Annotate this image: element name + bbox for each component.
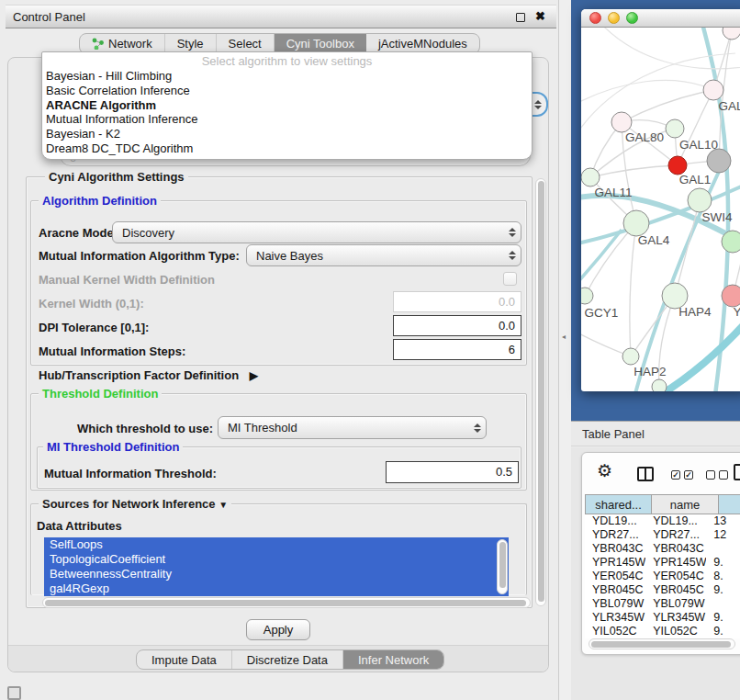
tab-impute-data[interactable]: Impute Data [137, 650, 232, 669]
panel-splitter[interactable] [558, 0, 571, 700]
table-cell[interactable]: 13 [706, 514, 740, 528]
algorithm-option-bayesian-hill-climbing[interactable]: Bayesian - Hill Climbing [42, 69, 532, 84]
checkbox-checked-icon-2[interactable]: ✓ [684, 470, 693, 480]
column-layout-icon[interactable] [637, 467, 654, 481]
data-attributes-list[interactable]: SelfLoopsTopologicalCoefficientBetweenne… [44, 537, 509, 596]
which-threshold-combo[interactable]: MI Threshold [218, 416, 487, 439]
network-node[interactable] [707, 149, 731, 173]
tab-infer-network[interactable]: Infer Network [343, 650, 443, 669]
tab-jactivemnodules[interactable]: jActiveMNodules [366, 34, 479, 53]
column-header-3[interactable] [719, 494, 740, 514]
table-cell[interactable]: YIL052C [585, 625, 645, 638]
settings-horizontal-scrollbar[interactable] [42, 597, 531, 608]
table-cell[interactable]: YDL19... [585, 514, 645, 528]
aracne-mode-combo[interactable]: Discovery [112, 221, 521, 243]
network-node-gal[interactable] [703, 80, 723, 100]
dpi-tolerance-field[interactable]: 0.0 [393, 315, 521, 336]
table-row[interactable]: YDL19...YDL19...13 [585, 514, 740, 528]
network-node-gcy1[interactable] [581, 288, 593, 304]
tab-style[interactable]: Style [165, 34, 217, 53]
zoom-traffic-light-icon[interactable] [626, 12, 638, 24]
table-cell[interactable]: YBR043C [645, 542, 706, 556]
apply-button[interactable]: Apply [246, 619, 310, 640]
table-row[interactable]: YIL052CYIL052C9. [585, 625, 740, 638]
settings-horizontal-scrollbar-thumb[interactable] [45, 600, 526, 606]
checkbox-unchecked-icon-1[interactable] [706, 470, 715, 480]
table-cell[interactable]: 9. [706, 556, 740, 570]
table-cell[interactable]: 9. [706, 625, 740, 638]
table-cell[interactable]: YBL079W [585, 597, 645, 611]
table-horizontal-scrollbar[interactable] [589, 638, 735, 649]
attribute-item-topologicalcoefficient[interactable]: TopologicalCoefficient [44, 552, 509, 567]
manual-kernel-checkbox[interactable] [503, 272, 517, 286]
algorithm-option-dream8-dc-tdc-algorithm[interactable]: Dream8 DC_TDC Algorithm [42, 141, 532, 156]
table-cell[interactable]: YBR043C [585, 542, 645, 556]
mi-steps-field[interactable]: 6 [393, 339, 521, 360]
network-node-hap2[interactable] [622, 348, 639, 365]
table-cell[interactable]: YER054C [645, 570, 706, 583]
tab-select[interactable]: Select [217, 34, 275, 53]
table-row[interactable]: YPR145WYPR145W9. [585, 556, 740, 570]
column-header-name[interactable]: name [652, 494, 719, 514]
table-cell[interactable]: 9. [706, 611, 740, 625]
table-cell[interactable]: YPR145W [645, 556, 706, 570]
network-node-gal1[interactable] [668, 156, 687, 175]
checkbox-unchecked-icon-2[interactable] [719, 470, 728, 480]
algorithm-option-aracne-algorithm[interactable]: ARACNE Algorithm [42, 98, 532, 113]
kernel-width-field[interactable]: 0.0 [393, 291, 521, 312]
algorithm-option-bayesian-k2[interactable]: Bayesian - K2 [42, 127, 532, 141]
tab-cyni-toolbox[interactable]: Cyni Toolbox [275, 34, 366, 53]
network-window-titlebar[interactable] [581, 9, 740, 28]
column-header-shared[interactable]: shared... [585, 494, 652, 514]
checkbox-checked-icon-1[interactable]: ✓ [671, 470, 680, 480]
network-node-gal10[interactable] [666, 119, 684, 138]
mi-threshold-field[interactable]: 0.5 [386, 461, 519, 483]
close-traffic-light-icon[interactable] [589, 12, 601, 24]
table-cell[interactable]: 9. [706, 583, 740, 597]
settings-vertical-scrollbar-thumb[interactable] [538, 181, 544, 602]
sources-group-title[interactable]: Sources for Network Inference ▼ [39, 497, 231, 511]
tab-discretize-data[interactable]: Discretize Data [232, 650, 343, 669]
table-cell[interactable]: YBR045C [645, 583, 706, 597]
table-cell[interactable]: YPR145W [585, 556, 645, 570]
attribute-item-selfloops[interactable]: SelfLoops [44, 537, 509, 552]
network-canvas[interactable]: GALGAL80GAL10GAL1GAL11SWI4GAL4GCY1HAP4YH… [581, 28, 740, 391]
attributes-scrollbar-thumb[interactable] [499, 542, 506, 588]
table-settings-gear-icon[interactable]: ⚙ [597, 462, 612, 480]
settings-vertical-scrollbar[interactable] [535, 178, 546, 606]
table-row[interactable]: YBR045CYBR045C9. [585, 583, 740, 597]
table-cell[interactable]: YBL079W [645, 597, 706, 611]
table-cell[interactable]: YLR345W [645, 611, 706, 625]
mi-type-combo[interactable]: Naive Bayes [246, 244, 521, 266]
algorithm-option-basic-correlation-inference[interactable]: Basic Correlation Inference [42, 84, 532, 98]
network-node-gal4[interactable] [623, 210, 649, 236]
table-cell[interactable]: 8. [706, 570, 740, 583]
table-row[interactable]: YER054CYER054C8. [585, 570, 740, 583]
network-node-gal80[interactable] [611, 112, 632, 132]
table-row[interactable]: YLR345WYLR345W9. [585, 611, 740, 625]
floating-palette-icon[interactable] [7, 686, 21, 700]
attribute-item-gal4rgexp[interactable]: gal4RGexp [44, 581, 509, 596]
table-horizontal-scrollbar-thumb[interactable] [591, 641, 731, 648]
attribute-item-betweennesscentrality[interactable]: BetweennessCentrality [44, 567, 509, 581]
table-row[interactable]: YDR27...YDR27...12 [585, 528, 740, 542]
table-cell[interactable]: YLR345W [585, 611, 645, 625]
table-cell[interactable]: YDR27... [645, 528, 706, 542]
minimize-traffic-light-icon[interactable] [608, 12, 620, 24]
table-cell[interactable]: YER054C [585, 570, 645, 583]
network-node[interactable] [722, 231, 740, 253]
expand-right-icon[interactable]: ▶ [250, 369, 258, 382]
table-row[interactable]: YBL079WYBL079W [585, 597, 740, 611]
table-cell[interactable]: YIL052C [645, 625, 706, 638]
table-cell[interactable]: YDR27... [585, 528, 645, 542]
network-node[interactable] [723, 28, 740, 40]
algorithm-option-mutual-information-inference[interactable]: Mutual Information Inference [42, 112, 532, 127]
close-panel-icon[interactable]: ✖ [535, 9, 545, 23]
table-export-icon[interactable] [734, 464, 740, 480]
network-node-y[interactable] [722, 285, 740, 307]
splitter-collapse-icon[interactable]: ◂ [562, 333, 566, 341]
network-node[interactable] [652, 379, 667, 391]
attributes-vertical-scrollbar[interactable] [497, 539, 508, 594]
table-cell[interactable]: YBR045C [585, 583, 645, 597]
table-cell[interactable]: 12 [706, 528, 740, 542]
